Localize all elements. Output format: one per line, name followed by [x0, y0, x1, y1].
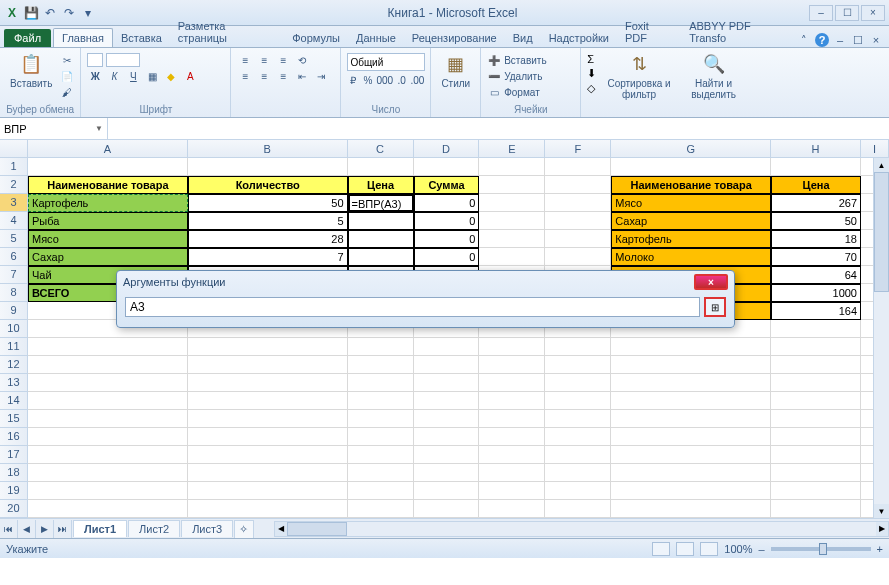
- cell-a3-selected[interactable]: Картофель: [28, 194, 188, 212]
- cell[interactable]: 0: [414, 230, 480, 248]
- border-button[interactable]: ▦: [144, 69, 160, 83]
- redo-icon[interactable]: ↷: [61, 5, 77, 21]
- underline-button[interactable]: Ч: [125, 69, 141, 83]
- cell[interactable]: [479, 194, 545, 212]
- cell[interactable]: Сахар: [611, 212, 771, 230]
- new-sheet-button[interactable]: ✧: [234, 520, 254, 538]
- orientation-icon[interactable]: ⟲: [294, 53, 310, 67]
- cell[interactable]: [188, 374, 348, 392]
- cell[interactable]: Наименование товара: [28, 176, 188, 194]
- cell[interactable]: 50: [188, 194, 348, 212]
- fill-color-button[interactable]: ◆: [163, 69, 179, 83]
- tab-home[interactable]: Главная: [53, 28, 113, 47]
- row-header[interactable]: 16: [0, 428, 28, 446]
- cell[interactable]: [348, 248, 414, 266]
- tab-data[interactable]: Данные: [348, 29, 404, 47]
- currency-icon[interactable]: ₽: [347, 73, 359, 87]
- cell[interactable]: [414, 428, 480, 446]
- sheet-nav-next-icon[interactable]: ▶: [36, 520, 54, 538]
- cell[interactable]: [188, 464, 348, 482]
- cell[interactable]: [545, 482, 611, 500]
- cell[interactable]: Мясо: [28, 230, 188, 248]
- row-header[interactable]: 3: [0, 194, 28, 212]
- col-header-h[interactable]: H: [771, 140, 861, 157]
- cell[interactable]: [28, 392, 188, 410]
- cell[interactable]: [28, 500, 188, 518]
- cell[interactable]: [611, 410, 771, 428]
- sheet-tab-1[interactable]: Лист1: [73, 520, 127, 537]
- cell[interactable]: [188, 338, 348, 356]
- worksheet-grid[interactable]: A B C D E F G H I 1 2 Наименование товар…: [0, 140, 889, 518]
- cell[interactable]: [348, 410, 414, 428]
- zoom-slider[interactable]: [771, 547, 871, 551]
- cell[interactable]: [545, 356, 611, 374]
- cell[interactable]: Рыба: [28, 212, 188, 230]
- cell[interactable]: [348, 212, 414, 230]
- name-box-dropdown-icon[interactable]: ▼: [95, 124, 103, 133]
- cell[interactable]: [545, 392, 611, 410]
- tab-view[interactable]: Вид: [505, 29, 541, 47]
- cell[interactable]: [188, 410, 348, 428]
- font-name-combo[interactable]: [87, 53, 103, 67]
- cell[interactable]: [348, 482, 414, 500]
- cell[interactable]: [28, 410, 188, 428]
- cell[interactable]: [771, 320, 861, 338]
- help-icon[interactable]: ?: [815, 33, 829, 47]
- dialog-range-input[interactable]: [125, 297, 700, 317]
- cell[interactable]: [545, 410, 611, 428]
- insert-cells-button[interactable]: ➕Вставить: [487, 53, 574, 67]
- cell[interactable]: 0: [414, 248, 480, 266]
- tab-insert[interactable]: Вставка: [113, 29, 170, 47]
- cell[interactable]: [611, 392, 771, 410]
- format-painter-button[interactable]: 🖌: [60, 85, 74, 99]
- function-arguments-dialog[interactable]: Аргументы функции × ⊞: [116, 270, 735, 328]
- cell[interactable]: Цена: [771, 176, 861, 194]
- cell[interactable]: Мясо: [611, 194, 771, 212]
- horizontal-scrollbar[interactable]: ◀ ▶: [274, 521, 889, 537]
- copy-button[interactable]: 📄: [60, 69, 74, 83]
- sheet-nav-last-icon[interactable]: ⏭: [54, 520, 72, 538]
- cell[interactable]: [28, 446, 188, 464]
- cell[interactable]: [771, 500, 861, 518]
- cell[interactable]: [348, 356, 414, 374]
- cell[interactable]: [479, 464, 545, 482]
- sheet-tab-2[interactable]: Лист2: [128, 520, 180, 537]
- cell[interactable]: [414, 338, 480, 356]
- row-header[interactable]: 11: [0, 338, 28, 356]
- italic-button[interactable]: К: [106, 69, 122, 83]
- cell[interactable]: [545, 230, 611, 248]
- cell[interactable]: 267: [771, 194, 861, 212]
- row-header[interactable]: 5: [0, 230, 28, 248]
- maximize-button[interactable]: ☐: [835, 5, 859, 21]
- paste-button[interactable]: 📋 Вставить: [6, 50, 56, 99]
- align-left-icon[interactable]: ≡: [237, 69, 253, 83]
- cell[interactable]: [188, 356, 348, 374]
- indent-inc-icon[interactable]: ⇥: [313, 69, 329, 83]
- cell[interactable]: [479, 158, 545, 176]
- dec-decimal-icon[interactable]: .00: [411, 73, 425, 87]
- view-page-layout-button[interactable]: [676, 542, 694, 556]
- cell[interactable]: [348, 428, 414, 446]
- file-tab[interactable]: Файл: [4, 29, 51, 47]
- name-box[interactable]: ВПР ▼: [0, 118, 108, 139]
- cell[interactable]: [28, 158, 188, 176]
- cell[interactable]: 0: [414, 212, 480, 230]
- cell[interactable]: [479, 392, 545, 410]
- col-header-i[interactable]: I: [861, 140, 889, 157]
- cell[interactable]: [348, 446, 414, 464]
- row-header[interactable]: 20: [0, 500, 28, 518]
- cell[interactable]: [771, 158, 861, 176]
- cell[interactable]: [188, 446, 348, 464]
- dialog-close-button[interactable]: ×: [694, 274, 728, 290]
- cell[interactable]: [188, 500, 348, 518]
- cell[interactable]: [479, 374, 545, 392]
- cell[interactable]: [611, 356, 771, 374]
- cell[interactable]: [28, 374, 188, 392]
- scroll-thumb[interactable]: [874, 172, 889, 292]
- tab-abbyy[interactable]: ABBYY PDF Transfo: [681, 17, 797, 47]
- cell[interactable]: [479, 482, 545, 500]
- cell[interactable]: [188, 482, 348, 500]
- row-header[interactable]: 1: [0, 158, 28, 176]
- cell[interactable]: [28, 482, 188, 500]
- cell[interactable]: [479, 338, 545, 356]
